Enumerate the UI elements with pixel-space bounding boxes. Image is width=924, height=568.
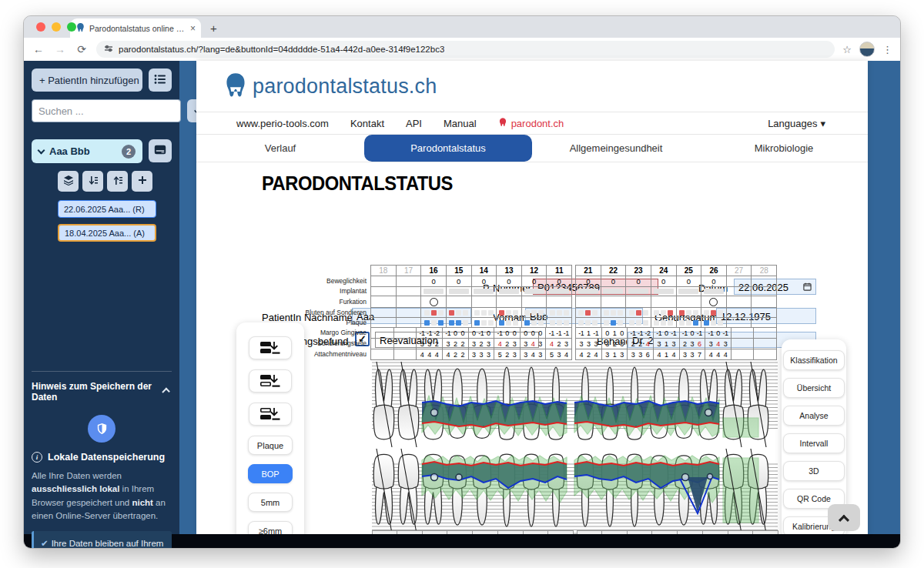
tool-intervall[interactable]: Intervall [783, 433, 845, 453]
implant-cell[interactable] [371, 287, 397, 296]
gingiva-cell[interactable]: -10-1 [705, 328, 732, 339]
tab-verlauf[interactable]: Verlauf [196, 135, 364, 162]
menu-kebab-icon[interactable]: ⋮ [882, 44, 892, 55]
toggle-6mm[interactable]: ≥6mm [248, 521, 293, 534]
sort-desc-button[interactable] [82, 171, 103, 192]
tool--bersicht[interactable]: Übersicht [783, 378, 845, 398]
no-mark[interactable] [538, 320, 544, 326]
bleeding-cell[interactable] [727, 308, 752, 318]
no-mark[interactable] [531, 310, 537, 316]
implant-cell[interactable] [677, 287, 702, 296]
mobility-cell[interactable]: 0 [497, 276, 522, 287]
no-mark[interactable] [481, 320, 487, 326]
plaque-cell[interactable] [752, 318, 777, 328]
no-mark[interactable] [488, 320, 494, 326]
tooth-number[interactable]: 13 [497, 266, 522, 276]
tooth-number[interactable]: 12 [522, 266, 547, 276]
tooth-number[interactable]: 28 [752, 266, 777, 276]
hint-header[interactable]: Hinweis zum Speichern der Daten [32, 371, 172, 403]
bleeding-cell[interactable] [576, 308, 601, 318]
tooth-number[interactable]: 16 [421, 266, 447, 276]
tooth-number[interactable]: 14 [472, 266, 497, 276]
furcation-cell[interactable] [576, 296, 601, 308]
mobility-cell[interactable]: 0 [447, 276, 472, 287]
probing-cell[interactable]: 313 [654, 339, 680, 349]
maximize-window-button[interactable] [67, 22, 76, 32]
mobility-cell[interactable]: 0 [651, 276, 677, 287]
implant-cell[interactable] [727, 287, 752, 296]
probing-cell[interactable]: 323 [469, 339, 495, 349]
furcation-cell[interactable] [447, 296, 472, 308]
implant-cell[interactable] [447, 287, 472, 296]
plaque-mark[interactable] [524, 320, 530, 326]
nav-link-parodont-ch[interactable]: parodont.ch [498, 117, 564, 129]
download-upper-chart-button[interactable] [249, 369, 292, 393]
mobility-cell[interactable]: 0 [421, 276, 447, 287]
plaque-mark[interactable] [438, 320, 444, 326]
implant-cell[interactable] [601, 287, 627, 296]
sort-asc-button[interactable] [107, 171, 128, 192]
probing-cell[interactable]: 224 [628, 339, 654, 349]
attachment-cell[interactable] [394, 349, 417, 360]
probing-cell[interactable] [371, 339, 394, 349]
nav-link-www-perio-tools-com[interactable]: www.perio-tools.com [236, 118, 329, 129]
probing-cell[interactable] [394, 339, 417, 349]
plaque-mark[interactable] [474, 320, 480, 326]
minimize-window-button[interactable] [52, 22, 61, 32]
no-mark[interactable] [592, 320, 598, 326]
no-mark[interactable] [711, 320, 716, 326]
no-mark[interactable] [481, 310, 487, 316]
stack-records-button[interactable] [58, 171, 79, 192]
new-tab-button[interactable]: + [210, 22, 217, 35]
mobility-cell[interactable]: 0 [472, 276, 497, 287]
gingiva-cell[interactable]: 010 [602, 328, 628, 339]
browser-tab[interactable]: Parodontalstatus online www... × [70, 18, 201, 38]
no-mark[interactable] [611, 310, 616, 316]
tab-allgemeingesundheit[interactable]: Allgemeingesundheit [532, 135, 700, 162]
furcation-cell[interactable] [397, 296, 422, 308]
bleeding-cell[interactable] [497, 308, 522, 318]
tab-close-icon[interactable]: × [190, 24, 196, 33]
bleeding-cell[interactable] [447, 308, 472, 318]
no-mark[interactable] [604, 310, 609, 316]
plaque-cell[interactable] [576, 318, 601, 328]
bleeding-cell[interactable] [472, 308, 497, 318]
no-mark[interactable] [629, 310, 634, 316]
mobility-cell[interactable] [397, 276, 422, 287]
close-window-button[interactable] [36, 22, 45, 32]
furcation-cell[interactable] [601, 296, 627, 308]
no-mark[interactable] [424, 310, 430, 316]
implant-cell[interactable] [752, 287, 777, 296]
furcation-cell[interactable] [472, 296, 497, 308]
patient-card-button[interactable] [149, 139, 172, 162]
no-mark[interactable] [578, 320, 584, 326]
tooth-number[interactable]: 24 [651, 266, 677, 276]
no-mark[interactable] [718, 320, 723, 326]
furcation-cell[interactable] [752, 296, 777, 308]
gingiva-cell[interactable] [371, 328, 394, 339]
plaque-mark[interactable] [693, 320, 698, 326]
furcation-cell[interactable] [497, 296, 522, 308]
bleeding-cell[interactable] [421, 308, 447, 318]
gingiva-cell[interactable] [732, 328, 755, 339]
plaque-cell[interactable] [522, 318, 547, 328]
add-patient-button[interactable]: + PatientIn hinzufügen [32, 68, 142, 92]
bleeding-mark[interactable] [431, 310, 437, 316]
plaque-cell[interactable] [701, 318, 727, 328]
plaque-mark[interactable] [499, 320, 504, 326]
tooth-number[interactable]: 27 [727, 266, 752, 276]
furcation-cell[interactable] [701, 296, 727, 308]
tab-mikrobiologie[interactable]: Mikrobiologie [700, 135, 868, 162]
attachment-cell[interactable]: 313 [602, 349, 628, 360]
no-mark[interactable] [550, 320, 555, 326]
probing-cell[interactable]: 332 [417, 339, 443, 349]
mobility-cell[interactable]: 0 [522, 276, 547, 287]
bleeding-mark[interactable] [636, 310, 641, 316]
no-mark[interactable] [618, 320, 623, 326]
attachment-cell[interactable]: 414 [654, 349, 680, 360]
languages-dropdown[interactable]: Languages▾ [768, 118, 825, 129]
no-mark[interactable] [636, 320, 641, 326]
brand-name[interactable]: parodontalstatus.ch [253, 75, 437, 99]
tool-klassifikation[interactable]: Klassifikation [783, 350, 845, 370]
no-mark[interactable] [557, 310, 562, 316]
